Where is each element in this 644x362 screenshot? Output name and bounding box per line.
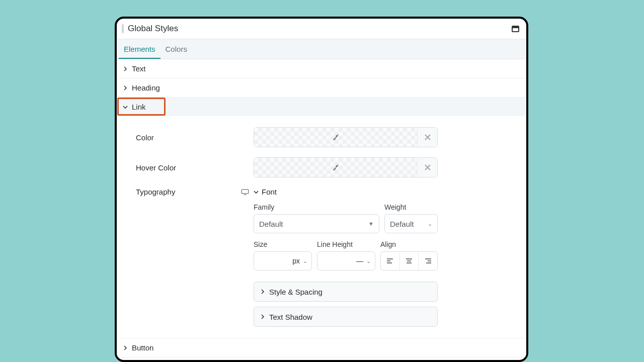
line-height-input[interactable]: — ⌄ bbox=[317, 251, 375, 270]
section-heading[interactable]: Heading bbox=[117, 78, 526, 98]
family-label: Family bbox=[254, 203, 379, 211]
align-label: Align bbox=[380, 240, 438, 248]
chevron-right-icon bbox=[260, 314, 265, 319]
caret-down-icon: ⌄ bbox=[303, 258, 307, 264]
panel-title: Global Styles bbox=[128, 24, 512, 34]
size-label: Size bbox=[254, 240, 312, 248]
hover-color-swatch[interactable] bbox=[254, 158, 417, 177]
desktop-icon[interactable] bbox=[241, 189, 249, 196]
family-select[interactable]: Default ▼ bbox=[254, 214, 379, 233]
panel-header: Global Styles bbox=[117, 19, 526, 39]
align-left-icon bbox=[386, 258, 393, 264]
font-toggle-label: Font bbox=[262, 188, 277, 196]
global-styles-panel: Global Styles Elements Colors Text Headi… bbox=[115, 17, 528, 362]
tabs: Elements Colors bbox=[117, 39, 526, 59]
color-swatch[interactable] bbox=[254, 128, 417, 147]
weight-value: Default bbox=[390, 220, 414, 228]
align-center-icon bbox=[406, 258, 413, 264]
eyedropper-icon bbox=[332, 133, 340, 141]
field-color: Color bbox=[136, 127, 516, 147]
size-unit: px bbox=[292, 257, 300, 265]
typography-controls: Font Family Default ▼ Weight bbox=[254, 188, 438, 327]
drag-handle-icon[interactable] bbox=[122, 24, 124, 33]
line-height-unit: — bbox=[356, 257, 363, 265]
section-button[interactable]: Button bbox=[117, 338, 526, 357]
svg-rect-0 bbox=[242, 190, 249, 194]
field-typography: Typography Font Family bbox=[136, 188, 516, 327]
tab-elements[interactable]: Elements bbox=[119, 39, 160, 59]
popout-icon[interactable] bbox=[512, 26, 519, 32]
caret-down-icon: ▼ bbox=[368, 221, 374, 227]
chevron-right-icon bbox=[122, 344, 129, 351]
close-icon bbox=[424, 134, 431, 141]
font-section-toggle[interactable]: Font bbox=[254, 188, 438, 196]
field-hover-color: Hover Color bbox=[136, 157, 516, 177]
family-value: Default bbox=[259, 220, 283, 228]
chevron-down-icon bbox=[122, 104, 129, 111]
section-list: Text Heading Link Color bbox=[117, 59, 526, 360]
align-left-button[interactable] bbox=[381, 252, 400, 270]
chevron-down-icon bbox=[254, 190, 259, 195]
weight-label: Weight bbox=[384, 203, 438, 211]
close-icon bbox=[424, 164, 431, 171]
section-label: Text bbox=[132, 64, 146, 73]
weight-select[interactable]: Default ⌄ bbox=[384, 214, 438, 233]
tab-colors[interactable]: Colors bbox=[160, 39, 192, 59]
text-shadow-label: Text Shadow bbox=[269, 313, 312, 321]
color-label: Color bbox=[136, 133, 236, 142]
style-spacing-toggle[interactable]: Style & Spacing bbox=[254, 282, 438, 302]
section-text[interactable]: Text bbox=[117, 59, 526, 78]
style-spacing-label: Style & Spacing bbox=[269, 288, 323, 296]
chevron-right-icon bbox=[122, 84, 129, 92]
section-link[interactable]: Link bbox=[117, 98, 526, 116]
hover-color-label: Hover Color bbox=[136, 163, 236, 172]
chevron-right-icon bbox=[260, 289, 265, 294]
align-right-icon bbox=[425, 258, 432, 264]
section-label: Button bbox=[132, 343, 153, 352]
hover-color-input[interactable] bbox=[254, 157, 438, 177]
clear-hover-color-button[interactable] bbox=[417, 158, 437, 177]
align-right-button[interactable] bbox=[419, 252, 437, 270]
eyedropper-icon bbox=[332, 163, 340, 171]
section-label: Heading bbox=[132, 83, 160, 92]
caret-down-icon: ⌄ bbox=[366, 258, 371, 264]
section-label: Link bbox=[132, 103, 146, 111]
size-input[interactable]: px ⌄ bbox=[254, 251, 312, 270]
caret-down-icon: ⌄ bbox=[428, 221, 432, 227]
align-center-button[interactable] bbox=[400, 252, 419, 270]
line-height-label: Line Height bbox=[317, 240, 375, 248]
clear-color-button[interactable] bbox=[417, 128, 437, 147]
color-input[interactable] bbox=[254, 127, 438, 147]
typography-label: Typography bbox=[136, 188, 175, 196]
align-group bbox=[380, 251, 438, 270]
link-settings: Color Hover Color bbox=[117, 116, 526, 338]
text-shadow-toggle[interactable]: Text Shadow bbox=[254, 307, 438, 327]
chevron-right-icon bbox=[122, 65, 129, 72]
